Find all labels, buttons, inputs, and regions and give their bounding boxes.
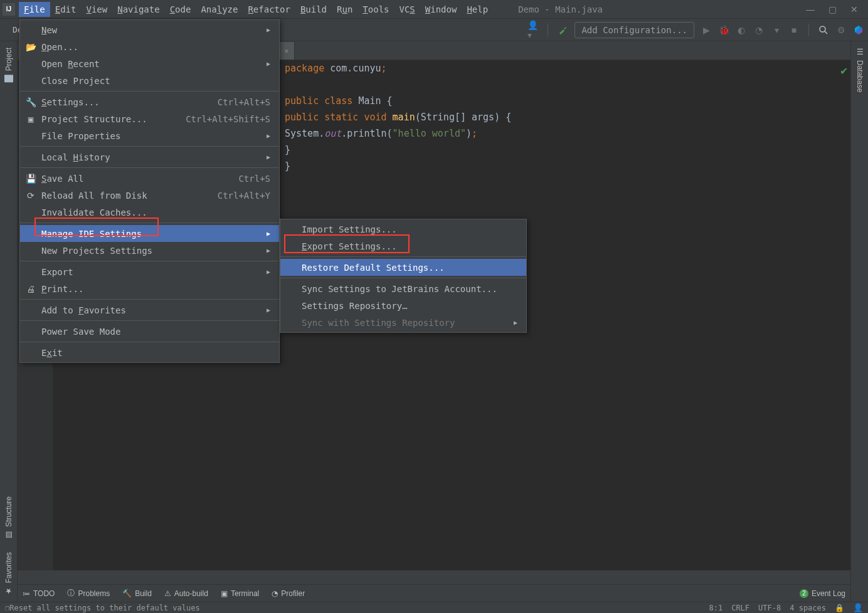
file-menu-close_project[interactable]: Close Project <box>20 72 279 89</box>
event-count-badge: 2 <box>800 589 808 598</box>
code-token: public <box>285 95 324 107</box>
code-token: (String[] args) <box>415 112 506 123</box>
file-menu-power_save[interactable]: Power Save Mode <box>20 323 279 340</box>
hammer-build-icon[interactable] <box>557 24 568 36</box>
file-menu-open[interactable]: 📂Open... <box>20 38 279 55</box>
search-icon[interactable] <box>818 24 829 36</box>
bottom-tab-problems[interactable]: ⓘProblems <box>67 588 110 599</box>
file-menu-settings[interactable]: 🔧Settings...Ctrl+Alt+S <box>20 93 279 110</box>
menu-item-label: Reload All from Disk <box>41 191 147 201</box>
run-configuration-selector[interactable]: Add Configuration... <box>574 22 694 38</box>
sidebar-tab-favorites[interactable]: ★Favorites <box>3 546 15 602</box>
bottom-tab-event-log[interactable]: 2 Event Log <box>800 589 845 598</box>
menu-refactor[interactable]: Refactor <box>243 2 295 17</box>
menu-file[interactable]: File <box>19 2 50 17</box>
database-icon: ☰ <box>855 48 864 56</box>
file-menu-new[interactable]: New▶ <box>20 21 279 38</box>
status-caret-position[interactable]: 8:1 <box>709 604 722 612</box>
file-menu-print[interactable]: 🖨Print... <box>20 280 279 297</box>
file-menu-add_fav[interactable]: Add to Favorites▶ <box>20 301 279 318</box>
menu-run[interactable]: Run <box>332 2 357 17</box>
menu-edit[interactable]: Edit <box>50 2 82 17</box>
stop-icon[interactable]: ■ <box>788 24 800 36</box>
file-menu-invalidate[interactable]: Invalidate Caches... <box>20 204 279 221</box>
sidebar-tab-database[interactable]: ☰Database <box>854 41 866 98</box>
submenu-restore[interactable]: Restore Default Settings... <box>280 259 526 276</box>
maximize-icon[interactable]: ▢ <box>828 4 837 14</box>
submenu-export[interactable]: Export Settings... <box>280 238 526 254</box>
file-menu-open_recent[interactable]: Open Recent▶ <box>20 55 279 72</box>
file-menu-new_proj_settings[interactable]: New Projects Settings▶ <box>20 242 279 259</box>
menu-shortcut: Ctrl+Alt+S <box>199 97 270 107</box>
code-token: System. <box>285 128 324 139</box>
menu-help[interactable]: Help <box>462 2 493 17</box>
menu-window[interactable]: Window <box>420 2 462 17</box>
code-token: { <box>387 95 393 107</box>
file-menu-exit[interactable]: Exit <box>20 344 279 361</box>
menu-separator <box>20 299 279 300</box>
status-line-separator[interactable]: CRLF <box>731 604 749 612</box>
submenu-import[interactable]: Import Settings... <box>280 221 526 238</box>
close-tab-icon[interactable]: ✕ <box>284 46 288 55</box>
status-indent[interactable]: 4 spaces <box>790 604 826 612</box>
file-menu-manage[interactable]: Manage IDE Settings▶ <box>20 225 279 242</box>
status-encoding[interactable]: UTF-8 <box>758 604 781 612</box>
coverage-icon[interactable]: ◐ <box>736 24 747 36</box>
attach-icon[interactable]: ▾ <box>771 24 782 36</box>
menu-item-label: Close Project <box>41 76 110 86</box>
menu-code[interactable]: Code <box>165 2 196 17</box>
profile-icon[interactable]: ◔ <box>753 24 765 36</box>
file-menu-export[interactable]: Export▶ <box>20 263 279 280</box>
bottom-tab-terminal[interactable]: ▣Terminal <box>221 589 259 598</box>
menu-build[interactable]: Build <box>295 2 332 17</box>
debug-icon[interactable]: 🐞 <box>718 24 729 36</box>
close-icon[interactable]: ✕ <box>850 4 858 14</box>
submenu-repo[interactable]: Settings Repository… <box>280 297 526 314</box>
sidebar-tab-project[interactable]: Project <box>3 41 15 88</box>
sidebar-tab-label: Favorites <box>4 552 13 583</box>
run-icon[interactable]: ▶ <box>701 24 712 36</box>
code-token: out <box>324 128 341 139</box>
problems-icon: ⓘ <box>67 588 75 599</box>
file-menu-dropdown: New▶📂Open...Open Recent▶Close Project🔧Se… <box>19 19 280 363</box>
file-menu-proj_struct[interactable]: ▣Project Structure...Ctrl+Alt+Shift+S <box>20 110 279 127</box>
submenu-sync_jb[interactable]: Sync Settings to JetBrains Account... <box>280 280 526 297</box>
menu-view[interactable]: View <box>81 2 112 17</box>
bottom-tab-profiler[interactable]: ◔Profiler <box>272 589 305 598</box>
code-token: .println( <box>341 128 392 139</box>
file-menu-file_properties[interactable]: File Properties▶ <box>20 127 279 144</box>
users-icon[interactable]: 👤 <box>853 603 863 612</box>
jetbrains-icon[interactable] <box>853 24 864 36</box>
menu-analyze[interactable]: Analyze <box>196 2 243 17</box>
menu-navigate[interactable]: Navigate <box>112 2 164 17</box>
menu-vcs[interactable]: VCS <box>394 2 420 17</box>
bottom-tab-autobuild[interactable]: ⚠Auto-build <box>164 589 208 598</box>
minimize-icon[interactable]: — <box>806 4 815 14</box>
bottom-tab-todo[interactable]: ≔TODO <box>23 589 55 598</box>
code-token: ) <box>466 128 472 139</box>
bottom-tab-build[interactable]: 🔨Build <box>122 589 152 598</box>
inspection-ok-icon[interactable]: ✔ <box>840 65 848 77</box>
menu-item-label: Exit <box>41 348 63 358</box>
code-token: void <box>364 112 392 123</box>
settings-gear-icon[interactable]: ⚙ <box>835 24 847 36</box>
menu-item-label: Open... <box>41 42 78 52</box>
menu-item-icon: 💾 <box>26 174 35 183</box>
svg-line-1 <box>825 31 827 34</box>
menu-separator <box>20 342 279 342</box>
menu-shortcut: Ctrl+Alt+Y <box>199 191 270 201</box>
user-icon[interactable]: 👤▾ <box>527 24 539 36</box>
status-hint-text: Reset all settings to their default valu… <box>9 604 199 612</box>
menu-tools[interactable]: Tools <box>357 2 394 17</box>
file-menu-local_history[interactable]: Local History▶ <box>20 149 279 165</box>
menu-item-icon: ▣ <box>26 115 35 123</box>
intellij-icon: IJ <box>3 3 15 16</box>
code-token: { <box>505 112 511 123</box>
menu-item-icon: 📂 <box>26 43 35 51</box>
menu-item-label: Export <box>41 267 73 277</box>
file-menu-save_all[interactable]: 💾Save AllCtrl+S <box>20 170 279 187</box>
hammer-icon: 🔨 <box>122 589 132 598</box>
readonly-lock-icon[interactable]: 🔒 <box>835 604 844 612</box>
file-menu-reload[interactable]: ⟳Reload All from DiskCtrl+Alt+Y <box>20 187 279 204</box>
sidebar-tab-structure[interactable]: ▤Structure <box>3 490 15 546</box>
